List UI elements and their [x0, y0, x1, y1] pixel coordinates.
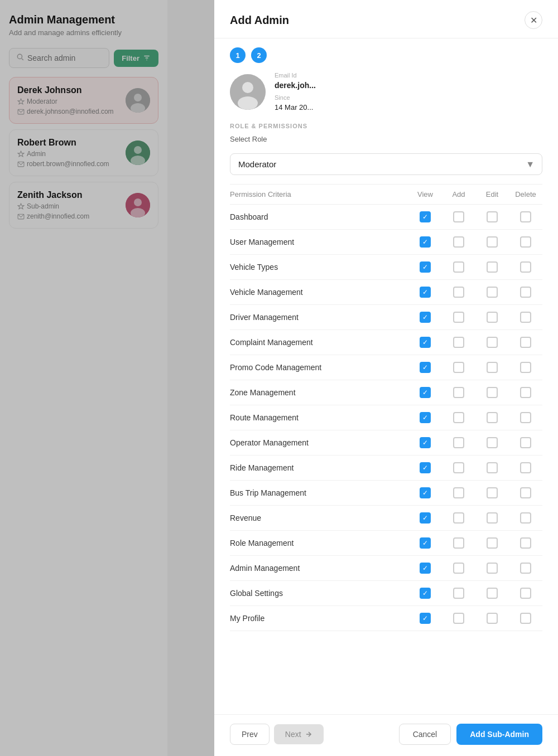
checkbox-checked[interactable]: ✓: [420, 211, 431, 222]
checkbox-checked[interactable]: ✓: [420, 287, 431, 298]
checkbox-unchecked[interactable]: [453, 487, 464, 498]
checkbox-unchecked[interactable]: [487, 387, 498, 398]
checkbox-unchecked[interactable]: [520, 412, 531, 423]
checkbox-unchecked[interactable]: [520, 387, 531, 398]
checkbox-unchecked[interactable]: [487, 412, 498, 423]
checkbox-checked[interactable]: ✓: [420, 236, 431, 248]
checkbox-checked[interactable]: ✓: [420, 462, 431, 473]
add-sub-admin-button[interactable]: Add Sub-Admin: [456, 724, 542, 745]
checkbox-checked[interactable]: ✓: [420, 337, 431, 348]
table-row: Admin Management✓: [230, 556, 542, 581]
checkbox-unchecked[interactable]: [453, 588, 464, 599]
checkbox-unchecked[interactable]: [487, 613, 498, 624]
role-select[interactable]: ModeratorAdminSub-admin: [230, 153, 542, 175]
permission-name: Complaint Management: [230, 338, 408, 347]
role-select-wrap[interactable]: ModeratorAdminSub-admin ▼: [230, 153, 542, 175]
checkbox-checked[interactable]: ✓: [420, 563, 431, 574]
checkbox-checked[interactable]: ✓: [420, 487, 431, 498]
checkbox-unchecked[interactable]: [487, 337, 498, 348]
checkbox-unchecked[interactable]: [487, 462, 498, 473]
checkbox-unchecked[interactable]: [453, 437, 464, 448]
add-admin-dialog: Add Admin ✕ 12 Email Id derek.joh... Sin…: [214, 0, 558, 756]
permission-name: Promo Code Management: [230, 363, 408, 372]
checkbox-unchecked[interactable]: [453, 287, 464, 298]
checkbox-unchecked[interactable]: [453, 261, 464, 273]
checkbox-unchecked[interactable]: [453, 312, 464, 323]
checkbox-unchecked[interactable]: [520, 588, 531, 599]
checkbox-unchecked[interactable]: [453, 387, 464, 398]
avatar: [230, 74, 266, 110]
table-row: Dashboard✓: [230, 205, 542, 230]
since-value: 14 Mar 20...: [275, 103, 316, 112]
checkbox-unchecked[interactable]: [453, 613, 464, 624]
next-button[interactable]: Next: [274, 724, 324, 744]
permission-name: Driver Management: [230, 313, 408, 322]
checkbox-unchecked[interactable]: [487, 312, 498, 323]
checkbox-unchecked[interactable]: [487, 563, 498, 574]
checkbox-unchecked[interactable]: [487, 236, 498, 248]
checkbox-unchecked[interactable]: [453, 512, 464, 524]
checkbox-unchecked[interactable]: [487, 362, 498, 373]
cancel-button[interactable]: Cancel: [399, 724, 451, 745]
dialog-footer: Prev Next Cancel Add Sub-Admin: [214, 714, 558, 756]
checkbox-unchecked[interactable]: [520, 362, 531, 373]
checkbox-unchecked[interactable]: [520, 437, 531, 448]
table-row: Zone Management✓: [230, 380, 542, 405]
table-row: My Profile✓: [230, 606, 542, 631]
permission-name: Bus Trip Management: [230, 488, 408, 497]
checkbox-checked[interactable]: ✓: [420, 412, 431, 423]
close-button[interactable]: ✕: [525, 11, 542, 29]
checkbox-unchecked[interactable]: [487, 588, 498, 599]
checkbox-unchecked[interactable]: [520, 287, 531, 298]
checkbox-unchecked[interactable]: [453, 537, 464, 549]
checkbox-unchecked[interactable]: [520, 312, 531, 323]
checkbox-unchecked[interactable]: [487, 487, 498, 498]
permission-name: Global Settings: [230, 589, 408, 598]
checkbox-unchecked[interactable]: [520, 613, 531, 624]
criteria-header: Permission Criteria: [230, 190, 408, 198]
permission-name: Ride Management: [230, 463, 408, 472]
checkbox-unchecked[interactable]: [453, 211, 464, 222]
table-row: Bus Trip Management✓: [230, 481, 542, 506]
checkbox-unchecked[interactable]: [520, 211, 531, 222]
checkbox-checked[interactable]: ✓: [420, 588, 431, 599]
checkbox-checked[interactable]: ✓: [420, 437, 431, 448]
permission-name: Admin Management: [230, 564, 408, 573]
checkbox-unchecked[interactable]: [520, 337, 531, 348]
checkbox-unchecked[interactable]: [487, 512, 498, 524]
checkbox-unchecked[interactable]: [453, 563, 464, 574]
checkbox-unchecked[interactable]: [487, 437, 498, 448]
delete-header: Delete: [509, 190, 542, 198]
checkbox-unchecked[interactable]: [487, 261, 498, 273]
table-row: Route Management✓: [230, 405, 542, 430]
checkbox-unchecked[interactable]: [487, 287, 498, 298]
checkbox-checked[interactable]: ✓: [420, 537, 431, 549]
permissions-header: Permission Criteria View Add Edit Delete: [230, 185, 542, 205]
checkbox-unchecked[interactable]: [520, 261, 531, 273]
checkbox-unchecked[interactable]: [453, 337, 464, 348]
checkbox-unchecked[interactable]: [487, 537, 498, 549]
checkbox-checked[interactable]: ✓: [420, 512, 431, 524]
prev-button[interactable]: Prev: [230, 724, 270, 745]
checkbox-unchecked[interactable]: [453, 462, 464, 473]
checkbox-checked[interactable]: ✓: [420, 362, 431, 373]
checkbox-unchecked[interactable]: [487, 211, 498, 222]
checkbox-checked[interactable]: ✓: [420, 312, 431, 323]
checkbox-unchecked[interactable]: [520, 563, 531, 574]
checkbox-unchecked[interactable]: [453, 412, 464, 423]
checkbox-checked[interactable]: ✓: [420, 261, 431, 273]
permission-name: Role Management: [230, 539, 408, 547]
checkbox-unchecked[interactable]: [520, 462, 531, 473]
checkbox-unchecked[interactable]: [520, 236, 531, 248]
table-row: Ride Management✓: [230, 455, 542, 481]
checkbox-unchecked[interactable]: [520, 512, 531, 524]
checkbox-unchecked[interactable]: [453, 236, 464, 248]
checkbox-unchecked[interactable]: [520, 487, 531, 498]
checkbox-checked[interactable]: ✓: [420, 613, 431, 624]
select-role-label: Select Role: [230, 135, 542, 143]
checkbox-unchecked[interactable]: [520, 537, 531, 549]
checkbox-checked[interactable]: ✓: [420, 387, 431, 398]
footer-nav: Prev Next: [230, 724, 324, 745]
permission-name: Route Management: [230, 413, 408, 422]
checkbox-unchecked[interactable]: [453, 362, 464, 373]
